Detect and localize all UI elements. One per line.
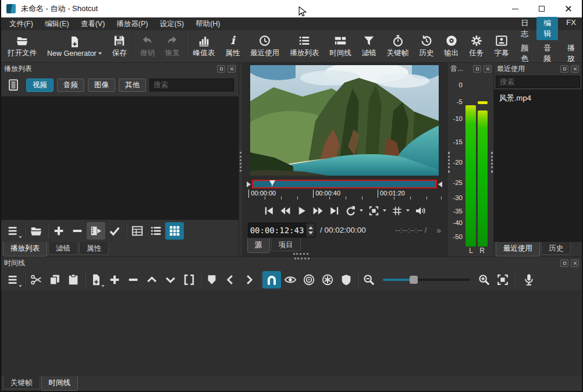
- overflow-chevron-icon[interactable]: »: [436, 226, 441, 235]
- in-point-marker[interactable]: [247, 181, 251, 187]
- layout-logging[interactable]: 日志: [514, 17, 535, 40]
- view-details-button[interactable]: [128, 222, 147, 240]
- panel-close-button[interactable]: [571, 259, 579, 267]
- panel-float-button[interactable]: [560, 259, 568, 267]
- filter-tab-other[interactable]: 其他: [119, 79, 146, 92]
- list-item[interactable]: 风景.mp4: [494, 90, 582, 107]
- horizontal-splitter-handle[interactable]: [293, 253, 308, 255]
- tab-playlist[interactable]: 播放列表: [3, 242, 47, 256]
- copy-button[interactable]: [45, 271, 64, 288]
- close-button[interactable]: [555, 0, 582, 17]
- playlist-menu-button[interactable]: [4, 222, 23, 240]
- ripple-button[interactable]: [300, 271, 318, 288]
- append-button[interactable]: [87, 271, 105, 288]
- panel-close-button[interactable]: [227, 65, 236, 73]
- toolbar-open-file[interactable]: 打开文件: [2, 33, 42, 59]
- tab-recent[interactable]: 最近使用: [496, 242, 540, 256]
- timeline-zoom-slider[interactable]: [383, 275, 470, 284]
- chevron-down-icon[interactable]: [383, 209, 386, 212]
- toolbar-save[interactable]: 保存: [107, 33, 132, 59]
- move-track-up-button[interactable]: [143, 271, 161, 288]
- tab-keyframes[interactable]: 关键帧: [3, 376, 40, 389]
- snap-button[interactable]: [262, 271, 281, 288]
- toolbar-redo[interactable]: 恢复: [160, 33, 185, 59]
- filter-tab-audio[interactable]: 音频: [57, 79, 84, 92]
- grid-button[interactable]: [392, 205, 403, 216]
- add-track-button[interactable]: [105, 271, 124, 288]
- playlist-open-button[interactable]: [27, 222, 45, 240]
- toolbar-timeline[interactable]: 时间线: [324, 33, 357, 59]
- player-time-ruler[interactable]: 00:00:00 00:00:40 00:01:20: [247, 190, 442, 201]
- toolbar-history[interactable]: 历史: [414, 33, 439, 59]
- playlist-add-button[interactable]: [49, 222, 68, 240]
- playlist-search-input[interactable]: [150, 79, 234, 91]
- toolbar-playlist[interactable]: 播放列表: [285, 33, 324, 59]
- menu-view[interactable]: 查看(V): [75, 18, 111, 30]
- playlist-update-button[interactable]: [87, 222, 105, 240]
- panel-float-button[interactable]: [217, 65, 225, 73]
- chevron-down-icon[interactable]: [406, 209, 410, 212]
- scrub-while-dragging-button[interactable]: [281, 271, 300, 288]
- ripple-all-tracks-button[interactable]: [318, 271, 337, 288]
- playlist-select-button[interactable]: [105, 222, 124, 240]
- skip-end-button[interactable]: [329, 205, 340, 216]
- layout-editing[interactable]: 编辑: [536, 17, 558, 40]
- playlist-view-button[interactable]: [4, 76, 23, 94]
- tab-source[interactable]: 源: [247, 238, 270, 253]
- splitter-handle[interactable]: [448, 152, 450, 173]
- recent-search-input[interactable]: [496, 76, 580, 88]
- toolbar-jobs[interactable]: 任务: [464, 33, 489, 59]
- menu-edit[interactable]: 编辑(E): [39, 18, 75, 30]
- tab-filters[interactable]: 滤镜: [48, 242, 78, 255]
- playhead-marker[interactable]: [269, 180, 275, 186]
- slider-handle[interactable]: [410, 276, 418, 284]
- horizontal-splitter-handle[interactable]: [294, 258, 310, 259]
- next-marker-button[interactable]: [240, 271, 258, 288]
- panel-close-button[interactable]: [571, 65, 579, 73]
- toolbar-keyframes[interactable]: 关键帧: [382, 33, 414, 59]
- remove-track-button[interactable]: [124, 271, 143, 288]
- spin-arrows[interactable]: [305, 223, 315, 237]
- toolbar-new-generator[interactable]: New Generator: [42, 34, 107, 59]
- toolbar-recent[interactable]: 最近使用: [245, 33, 285, 59]
- toolbar-properties[interactable]: 属性: [220, 33, 245, 59]
- tab-history[interactable]: 历史: [541, 242, 571, 255]
- panel-float-button[interactable]: [560, 65, 568, 73]
- filter-tab-image[interactable]: 图像: [88, 79, 115, 92]
- view-icons-button[interactable]: [165, 222, 184, 240]
- paste-button[interactable]: [64, 271, 83, 288]
- scrubber-bar[interactable]: [252, 180, 437, 188]
- panel-float-button[interactable]: [473, 65, 481, 73]
- toolbar-filters[interactable]: 滤镜: [357, 33, 382, 59]
- loop-button[interactable]: [345, 205, 356, 216]
- ripple-markers-button[interactable]: [337, 271, 356, 288]
- move-track-down-button[interactable]: [161, 271, 180, 288]
- playlist-remove-button[interactable]: [68, 222, 87, 240]
- menu-settings[interactable]: 设定(S): [154, 18, 190, 30]
- split-button[interactable]: [180, 271, 198, 288]
- toolbar-export[interactable]: 输出: [439, 33, 464, 59]
- zoom-out-button[interactable]: [360, 271, 378, 288]
- cut-button[interactable]: [27, 271, 45, 288]
- zoom-fit-button[interactable]: [493, 271, 512, 288]
- player-scrubber[interactable]: [247, 179, 442, 189]
- fast-forward-button[interactable]: [312, 205, 324, 216]
- skip-start-button[interactable]: [264, 205, 275, 216]
- menu-help[interactable]: 帮助(H): [190, 18, 226, 30]
- playlist-empty-list[interactable]: [1, 96, 239, 220]
- play-button[interactable]: [296, 205, 307, 216]
- prev-marker-button[interactable]: [221, 271, 240, 288]
- record-audio-button[interactable]: [520, 271, 538, 288]
- toolbar-undo[interactable]: 撤销: [135, 33, 160, 59]
- volume-button[interactable]: [415, 205, 426, 216]
- maximize-button[interactable]: [528, 0, 555, 17]
- zoom-fit-button[interactable]: [368, 205, 379, 216]
- minimize-button[interactable]: [502, 0, 528, 17]
- out-point-marker[interactable]: [438, 181, 442, 187]
- toolbar-subtitles[interactable]: 字幕: [489, 33, 514, 59]
- panel-close-button[interactable]: [484, 65, 492, 73]
- toolbar-peak-meter[interactable]: 峰值表: [188, 33, 221, 59]
- tab-timeline[interactable]: 时间线: [41, 376, 79, 391]
- timeline-menu-button[interactable]: [4, 271, 23, 288]
- menu-player[interactable]: 播放器(P): [111, 18, 154, 30]
